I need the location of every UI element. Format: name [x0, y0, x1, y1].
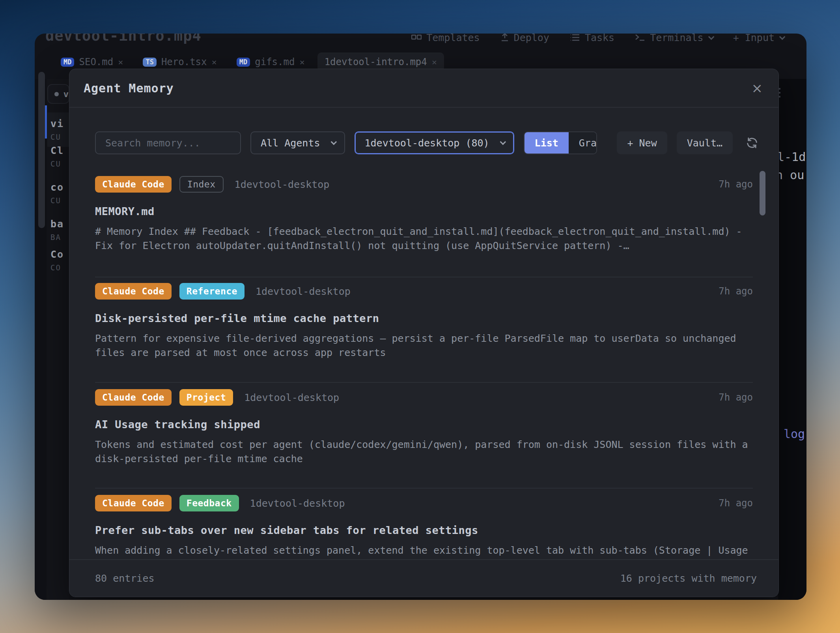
entry-title: AI Usage tracking shipped	[95, 418, 753, 431]
entry-project: 1devtool-desktop	[250, 498, 345, 509]
entry-title: Disk-persisted per-file mtime cache patt…	[95, 312, 753, 324]
new-memory-button[interactable]: + New	[617, 131, 667, 154]
project-filter-select[interactable]: 1devtool-desktop (80)	[355, 131, 514, 154]
typescript-file-icon: TS	[143, 58, 156, 67]
menu-tasks[interactable]: Tasks	[570, 34, 614, 45]
sidebar-item-title: Cl	[50, 145, 69, 156]
divider	[95, 382, 753, 383]
agent-filter-value: All Agents	[261, 137, 320, 149]
tag-badge: Reference	[179, 283, 245, 300]
agent-badge: Claude Code	[95, 495, 172, 511]
sidebar-item-subtitle: CO	[50, 263, 69, 272]
entry-time: 7h ago	[719, 179, 753, 190]
sidebar-scrollbar[interactable]	[38, 72, 45, 228]
chevron-down-icon	[330, 139, 337, 145]
sidebar-item-co[interactable]: co CU	[47, 182, 69, 205]
tab-label: gifs.md	[255, 56, 295, 67]
agent-badge: Claude Code	[95, 389, 172, 406]
tag-badge: Feedback	[179, 495, 239, 511]
agent-badge: Claude Code	[95, 176, 172, 193]
menu-terminals[interactable]: Terminals	[635, 34, 712, 45]
entry-description: Pattern for expensive file-derived aggre…	[95, 331, 753, 360]
chevron-down-icon	[779, 34, 786, 40]
divider	[95, 488, 753, 489]
memory-toolbar: All Agents 1devtool-desktop (80) List Gr…	[95, 131, 759, 155]
entry-badges: Claude Code Reference 1devtool-desktop 7…	[95, 283, 753, 300]
app-window: devtool-intro.mp4 Templates Deploy Tasks	[35, 34, 806, 600]
memory-entry[interactable]: Claude Code Reference 1devtool-desktop 7…	[95, 283, 753, 360]
close-icon[interactable]: ×	[752, 81, 763, 95]
entry-project: 1devtool-desktop	[235, 179, 330, 190]
entry-description: Tokens and estimated cost per agent (cla…	[95, 438, 753, 466]
entry-title: Prefer sub-tabs over new sidebar tabs fo…	[95, 524, 753, 536]
search-input[interactable]	[95, 131, 241, 154]
entry-project: 1devtool-desktop	[244, 392, 339, 403]
list-scrollbar-thumb[interactable]	[760, 171, 765, 215]
sidebar-item-title: vi	[50, 118, 69, 129]
vault-button[interactable]: Vault…	[677, 131, 733, 154]
memory-entry-list[interactable]: Claude Code Index 1devtool-desktop 7h ag…	[69, 170, 778, 600]
menu-templates-label: Templates	[426, 34, 480, 43]
preview-label: v	[63, 89, 69, 99]
entry-badges: Claude Code Index 1devtool-desktop 7h ag…	[95, 176, 753, 193]
menu-terminals-label: Terminals	[650, 34, 703, 43]
entry-project: 1devtool-desktop	[256, 286, 351, 297]
entry-time: 7h ago	[719, 498, 753, 509]
tab-label: Hero.tsx	[161, 56, 207, 67]
agent-memory-modal: Agent Memory × All Agents 1devtool-deskt…	[69, 69, 779, 597]
entry-badges: Claude Code Project 1devtool-desktop 7h …	[95, 389, 753, 406]
sidebar-item-ba[interactable]: ba BA	[47, 218, 69, 242]
sidebar-item-cl[interactable]: Cl CU	[47, 145, 69, 168]
sidebar-preview-card[interactable]: v	[47, 84, 69, 104]
close-icon[interactable]: ×	[118, 57, 123, 67]
menu-deploy[interactable]: Deploy	[500, 34, 549, 45]
view-mode-segment: List Graph	[524, 131, 597, 154]
menu-templates[interactable]: Templates	[411, 34, 480, 45]
divider	[95, 277, 753, 277]
tag-badge: Project	[179, 389, 233, 406]
record-dot-icon	[54, 92, 59, 96]
editor-text-fragment: log	[784, 427, 805, 441]
memory-entry[interactable]: Claude Code Index 1devtool-desktop 7h ag…	[95, 176, 753, 253]
tag-badge: Index	[179, 176, 224, 193]
entry-time: 7h ago	[719, 286, 753, 297]
agent-filter-select[interactable]: All Agents	[250, 131, 345, 154]
sidebar-item-title: co	[50, 182, 69, 193]
close-icon[interactable]: ×	[432, 57, 437, 67]
menu-deploy-label: Deploy	[514, 34, 549, 43]
tab-label: 1devtool-intro.mp4	[325, 56, 427, 67]
agent-badge: Claude Code	[95, 283, 172, 300]
editor-text-fragment: n ou	[776, 168, 804, 182]
terminal-icon	[635, 34, 645, 42]
modal-title: Agent Memory	[84, 81, 174, 95]
sidebar-item-vi[interactable]: vi CU	[47, 112, 69, 147]
tab-label: SEO.md	[79, 56, 113, 67]
tasks-list-icon	[570, 34, 580, 41]
project-filter-value: 1devtool-desktop (80)	[365, 137, 489, 149]
projects-count: 16 projects with memory	[620, 573, 757, 584]
sidebar-item-subtitle: CU	[50, 159, 69, 168]
close-icon[interactable]: ×	[212, 57, 217, 67]
entries-count: 80 entries	[95, 573, 155, 584]
sidebar-item-title: ba	[50, 218, 69, 230]
memory-entry[interactable]: Claude Code Project 1devtool-desktop 7h …	[95, 389, 753, 466]
sidebar-item-subtitle: CU	[50, 196, 69, 205]
deploy-upload-icon	[500, 34, 509, 42]
chevron-down-icon	[500, 139, 506, 145]
sidebar-item-subtitle: CU	[50, 133, 69, 141]
sidebar-item-co2[interactable]: Co CO	[47, 249, 69, 272]
chevron-down-icon	[708, 34, 714, 40]
markdown-file-icon: MD	[61, 58, 74, 67]
desktop-wallpaper: devtool-intro.mp4 Templates Deploy Tasks	[0, 0, 840, 633]
entry-title: MEMORY.md	[95, 205, 753, 217]
graph-view-button[interactable]: Graph	[569, 132, 597, 154]
list-view-button[interactable]: List	[525, 132, 569, 154]
editor-right-strip: l-1d n ou log	[778, 79, 806, 600]
top-menu-bar: Templates Deploy Tasks Terminals	[411, 34, 784, 45]
menu-input[interactable]: + Input	[733, 34, 784, 45]
close-icon[interactable]: ×	[299, 57, 304, 67]
refresh-icon[interactable]	[745, 136, 759, 150]
sidebar-item-subtitle: BA	[50, 233, 69, 242]
menu-input-label: + Input	[733, 34, 775, 43]
entry-time: 7h ago	[719, 392, 753, 403]
